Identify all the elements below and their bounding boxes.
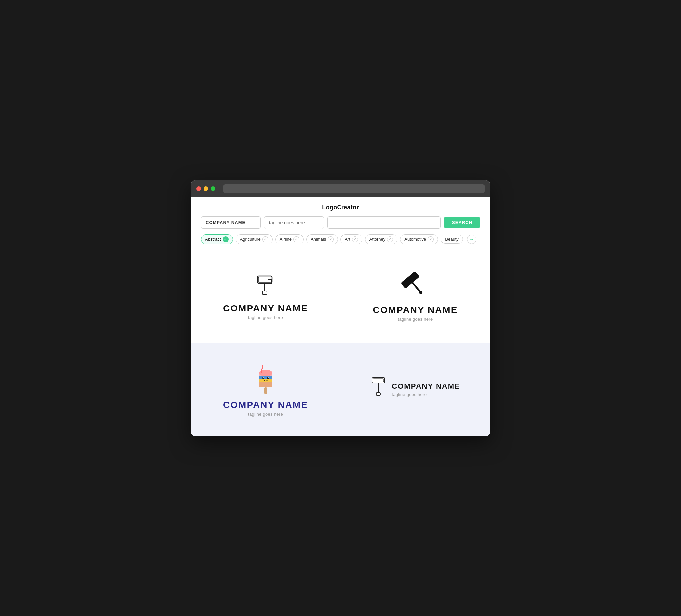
logo-company-name-1: COMPANY NAME	[223, 303, 308, 314]
logo-company-name-4: COMPANY NAME	[392, 382, 460, 391]
logo-grid: COMPANY NAME tagline goes here	[191, 250, 490, 436]
filter-chip-automotive[interactable]: Automotive ✓	[400, 234, 438, 244]
filter-chip-agriculture[interactable]: Agriculture ✓	[236, 234, 273, 244]
logo-inline-4: COMPANY NAME tagline goes here	[371, 376, 460, 403]
filter-bar: Abstract ✓ Agriculture ✓ Airline ✓ Anima…	[191, 234, 490, 250]
browser-window: LogoCreator SEARCH Abstract ✓ Agricultur…	[191, 180, 490, 436]
svg-point-14	[262, 377, 264, 379]
check-icon-outline: ✓	[387, 236, 393, 242]
tagline-input[interactable]	[264, 216, 324, 229]
logo-card-1[interactable]: COMPANY NAME tagline goes here	[191, 250, 340, 343]
filter-chip-airline[interactable]: Airline ✓	[275, 234, 304, 244]
svg-rect-6	[401, 271, 420, 288]
check-icon-outline: ✓	[328, 236, 333, 242]
filter-next-button[interactable]: →	[467, 235, 476, 244]
logo-company-name-3: COMPANY NAME	[223, 400, 308, 410]
search-button[interactable]: SEARCH	[444, 217, 480, 228]
check-icon-outline: ✓	[428, 236, 434, 242]
titlebar	[191, 180, 490, 198]
filter-label: Attorney	[370, 237, 385, 242]
filter-label: Automotive	[404, 237, 426, 242]
svg-rect-22	[376, 393, 380, 395]
filter-label: Abstract	[205, 237, 221, 242]
filter-label: Agriculture	[240, 237, 261, 242]
filter-label: Art	[345, 237, 351, 242]
svg-rect-5	[262, 291, 267, 294]
extra-search-input[interactable]	[327, 216, 440, 229]
logo-tagline-4: tagline goes here	[392, 392, 460, 397]
filter-label: Animals	[310, 237, 326, 242]
logo-icon-1	[252, 273, 279, 299]
logo-text-group-4: COMPANY NAME tagline goes here	[392, 382, 460, 397]
logo-tagline-2: tagline goes here	[398, 317, 433, 322]
filter-chip-abstract[interactable]: Abstract ✓	[201, 234, 233, 244]
company-name-input[interactable]	[201, 216, 261, 229]
logo-tagline-3: tagline goes here	[248, 412, 283, 416]
svg-rect-11	[259, 379, 272, 382]
logo-icon-2	[399, 271, 432, 301]
check-icon-outline: ✓	[293, 236, 299, 242]
minimize-button[interactable]	[203, 186, 208, 191]
svg-line-7	[413, 283, 421, 292]
logo-icon-3	[252, 362, 279, 395]
filter-label: Airline	[280, 237, 292, 242]
logo-card-4[interactable]: COMPANY NAME tagline goes here	[340, 343, 490, 436]
filter-chip-attorney[interactable]: Attorney ✓	[365, 234, 397, 244]
svg-point-16	[263, 377, 264, 378]
check-icon: ✓	[223, 236, 229, 242]
app-title: LogoCreator	[191, 198, 490, 216]
svg-rect-20	[373, 379, 384, 382]
svg-point-17	[268, 377, 269, 378]
svg-rect-12	[259, 382, 272, 387]
search-bar: SEARCH	[191, 216, 490, 234]
svg-point-15	[267, 377, 269, 379]
filter-label: Beauty	[445, 237, 458, 242]
app-content: LogoCreator SEARCH Abstract ✓ Agricultur…	[191, 198, 490, 436]
logo-tagline-1: tagline goes here	[248, 315, 283, 320]
address-bar[interactable]	[224, 184, 485, 194]
close-button[interactable]	[196, 186, 201, 191]
check-icon-outline: ✓	[262, 236, 268, 242]
logo-company-name-2: COMPANY NAME	[373, 305, 458, 315]
logo-card-2[interactable]: COMPANY NAME tagline goes here	[340, 250, 490, 343]
logo-icon-4	[371, 376, 387, 399]
maximize-button[interactable]	[211, 186, 216, 191]
filter-chip-art[interactable]: Art ✓	[340, 234, 362, 244]
logo-card-3[interactable]: COMPANY NAME tagline goes here	[191, 343, 340, 436]
check-icon-outline: ✓	[352, 236, 358, 242]
filter-chip-animals[interactable]: Animals ✓	[306, 234, 338, 244]
svg-rect-18	[264, 387, 267, 394]
filter-chip-beauty[interactable]: Beauty	[440, 235, 462, 244]
